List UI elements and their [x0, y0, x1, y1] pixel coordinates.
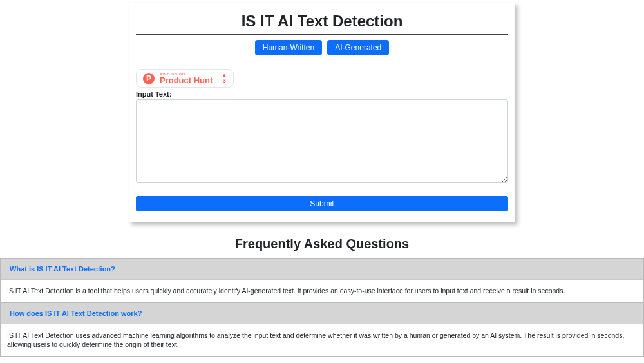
divider: [136, 61, 508, 61]
tab-ai-generated[interactable]: AI-Generated: [327, 40, 389, 55]
faq-question[interactable]: What is IS IT AI Text Detection?: [1, 259, 643, 279]
page-title: IS IT AI Text Detection: [136, 12, 508, 30]
upvote-count: 3: [223, 78, 226, 84]
product-hunt-badge[interactable]: P FIND US ON Product Hunt ▲ 3: [136, 69, 234, 88]
main-card: IS IT AI Text Detection Human-Written AI…: [129, 3, 515, 222]
input-text-label: Input Text:: [136, 90, 508, 98]
input-text-area[interactable]: [136, 99, 508, 183]
faq-item: How does IS IT AI Text Detection work? I…: [0, 303, 644, 357]
divider: [136, 34, 508, 35]
faq-question[interactable]: How does IS IT AI Text Detection work?: [1, 303, 643, 324]
tab-row: Human-Written AI-Generated: [136, 40, 508, 55]
product-hunt-name: Product Hunt: [160, 76, 213, 84]
faq-heading: Frequently Asked Questions: [0, 237, 644, 251]
tab-human-written[interactable]: Human-Written: [255, 40, 322, 55]
submit-button[interactable]: Submit: [136, 196, 508, 211]
product-hunt-icon: P: [143, 73, 155, 84]
faq-item: What is IS IT AI Text Detection? IS IT A…: [0, 258, 644, 303]
faq-answer: IS IT AI Text Detection is a tool that h…: [1, 279, 643, 302]
faq-answer: IS IT AI Text Detection uses advanced ma…: [1, 324, 643, 356]
